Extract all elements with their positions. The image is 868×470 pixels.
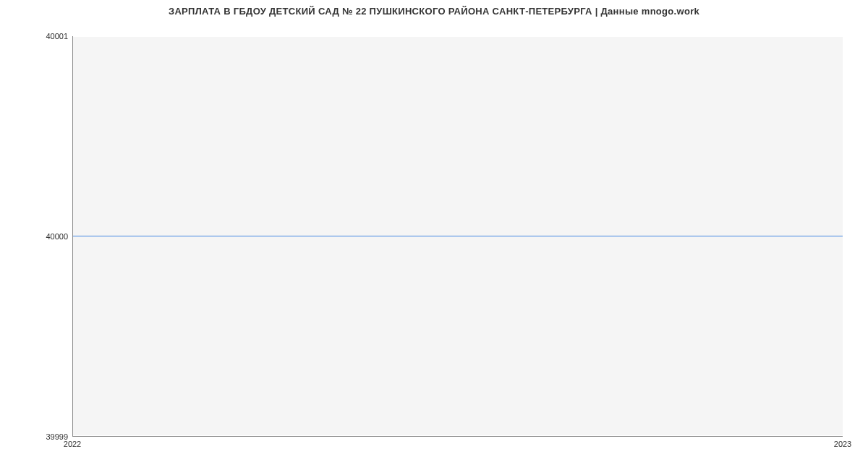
gridline-top [73,36,843,37]
chart-title: ЗАРПЛАТА В ГБДОУ ДЕТСКИЙ САД № 22 ПУШКИН… [0,6,868,17]
gridline-bottom [73,435,843,436]
y-tick-label: 40000 [46,232,68,241]
data-line [73,236,843,237]
x-tick-label: 2023 [834,440,851,448]
plot-area [72,36,843,437]
x-tick-label: 2022 [64,440,81,448]
y-tick-label: 40001 [46,32,68,40]
